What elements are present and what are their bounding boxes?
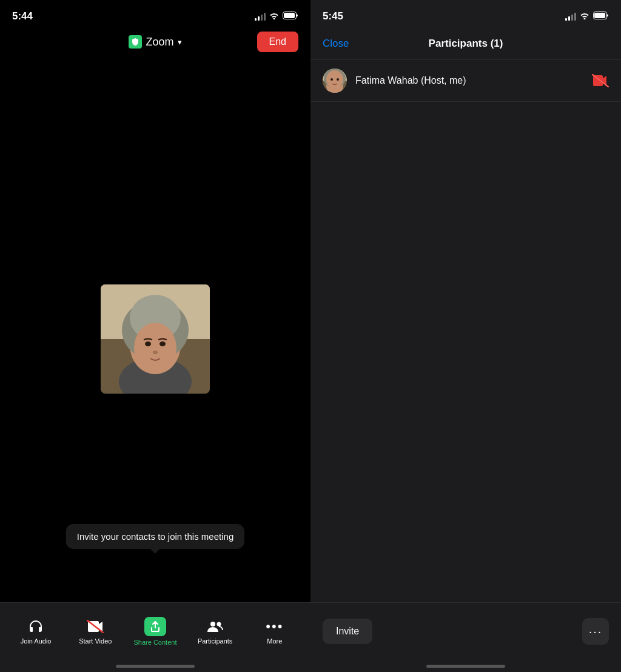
status-time-left: 5:44: [12, 10, 33, 22]
zoom-shield-icon: [129, 35, 142, 49]
svg-point-10: [145, 341, 151, 346]
right-panel: 5:45 Close Par: [310, 0, 621, 672]
share-arrow-icon: [144, 617, 166, 636]
toolbar-left: Join Audio Start Video: [0, 602, 310, 660]
participant-name: Fatima Wahab (Host, me): [355, 75, 583, 86]
top-bar-left: Zoom ▾ End: [0, 30, 310, 53]
svg-point-15: [217, 622, 221, 627]
participant-video-svg: [101, 284, 210, 394]
wifi-icon-left: [269, 12, 279, 21]
signal-icon-left: [255, 12, 266, 21]
join-audio-label: Join Audio: [21, 637, 52, 645]
invite-button[interactable]: Invite: [323, 619, 372, 644]
status-icons-right: [565, 11, 609, 22]
start-video-button[interactable]: Start Video: [74, 618, 116, 645]
zoom-brand[interactable]: Zoom ▾: [129, 35, 181, 49]
battery-icon-left: [283, 12, 298, 21]
invite-tooltip-text: Invite your contacts to join this meetin…: [77, 531, 233, 542]
svg-point-12: [153, 351, 158, 354]
svg-point-24: [337, 78, 339, 81]
self-video-thumbnail: [101, 284, 210, 394]
invite-tooltip: Invite your contacts to join this meetin…: [66, 524, 244, 549]
participants-list: Fatima Wahab (Host, me): [310, 60, 621, 602]
status-bar-right: 5:45: [310, 0, 621, 30]
svg-rect-1: [284, 13, 295, 18]
toolbar-right: Invite ···: [310, 602, 621, 660]
headphones-icon: [26, 618, 45, 635]
svg-point-22: [326, 70, 343, 89]
share-content-button[interactable]: Share Content: [134, 617, 177, 646]
home-bar-right: [426, 665, 505, 668]
status-icons-left: [255, 12, 298, 21]
home-bar-left: [116, 665, 195, 668]
home-indicator-right: [310, 660, 621, 672]
participants-button[interactable]: Participants: [194, 618, 237, 645]
join-audio-button[interactable]: Join Audio: [15, 618, 57, 645]
signal-icon-right: [565, 12, 576, 21]
home-indicator-left: [0, 660, 310, 672]
svg-rect-17: [594, 13, 605, 18]
video-slash-icon: [86, 618, 105, 635]
start-video-label: Start Video: [79, 637, 112, 645]
svg-point-14: [210, 622, 215, 627]
people-icon: [206, 618, 225, 635]
end-meeting-button[interactable]: End: [257, 32, 298, 52]
video-muted-icon: [592, 74, 609, 87]
participant-avatar-svg: [323, 69, 347, 93]
more-options-button[interactable]: ···: [582, 618, 609, 645]
more-label: More: [267, 637, 282, 645]
left-panel: 5:44: [0, 0, 310, 672]
avatar: [323, 69, 347, 93]
ellipsis-icon: •••: [265, 618, 284, 635]
chevron-down-icon: ▾: [178, 38, 182, 47]
status-bar-left: 5:44: [0, 0, 310, 30]
svg-point-9: [134, 323, 176, 374]
more-button[interactable]: ••• More: [253, 618, 296, 645]
participants-title: Participants (1): [323, 38, 609, 50]
battery-icon-right: [593, 11, 609, 22]
svg-point-11: [159, 341, 166, 346]
close-button[interactable]: Close: [323, 38, 349, 50]
participants-label: Participants: [198, 637, 232, 645]
zoom-label: Zoom: [146, 36, 173, 49]
table-row[interactable]: Fatima Wahab (Host, me): [310, 60, 621, 102]
participants-header: Close Participants (1): [310, 30, 621, 60]
share-content-label: Share Content: [134, 639, 177, 646]
svg-point-23: [331, 78, 333, 81]
status-time-right: 5:45: [323, 10, 343, 22]
video-area: Invite your contacts to join this meetin…: [0, 53, 310, 602]
wifi-icon-right: [580, 11, 589, 22]
